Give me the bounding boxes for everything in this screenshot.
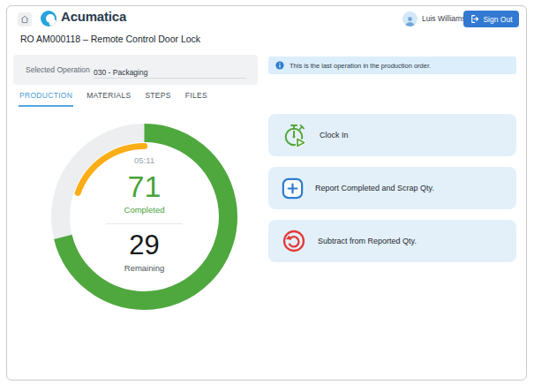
user-name: Luis Williams: [422, 14, 466, 23]
sign-out-icon: [470, 14, 479, 24]
plus-icon: [282, 177, 304, 200]
report-qty-button[interactable]: Report Completed and Scrap Qty.: [268, 167, 516, 209]
home-icon: [20, 15, 29, 24]
operation-label: Selected Operation: [26, 65, 90, 74]
info-banner-text: This is the last operation in the produc…: [290, 62, 431, 70]
info-icon: [275, 61, 284, 70]
info-banner: This is the last operation in the produc…: [268, 57, 516, 74]
clock-in-button[interactable]: Clock In: [268, 114, 516, 156]
acumatica-logo-icon: [41, 11, 56, 26]
tab-materials[interactable]: MATERIALS: [86, 87, 132, 107]
clock-in-label: Clock In: [320, 131, 349, 139]
sign-out-label: Sign Out: [483, 15, 512, 24]
operation-select[interactable]: 030 - Packaging: [94, 63, 246, 79]
tab-steps[interactable]: STEPS: [144, 87, 171, 107]
report-qty-label: Report Completed and Scrap Qty.: [315, 184, 434, 192]
center-divider: [106, 223, 183, 224]
subtract-qty-button[interactable]: Subtract from Reported Qty.: [268, 220, 516, 262]
tab-bar: PRODUCTION MATERIALS STEPS FILES: [19, 87, 208, 107]
user-avatar[interactable]: [402, 11, 417, 26]
remaining-label: Remaining: [51, 263, 237, 273]
completed-value: 71: [51, 170, 237, 204]
sign-out-button[interactable]: Sign Out: [463, 11, 519, 27]
home-button[interactable]: [18, 12, 32, 26]
tab-production[interactable]: PRODUCTION: [19, 87, 73, 107]
remaining-value: 29: [51, 230, 237, 261]
completed-label: Completed: [51, 205, 237, 215]
undo-icon: [282, 229, 306, 253]
stopwatch-icon: [282, 122, 308, 148]
selected-operation-bar: Selected Operation 030 - Packaging: [13, 55, 258, 85]
operation-value: 030 - Packaging: [94, 68, 147, 77]
timer-value: 05:11: [51, 155, 237, 165]
tab-files[interactable]: FILES: [184, 87, 208, 107]
app-window: Acumatica Luis Williams Sign Out RO AM00…: [6, 5, 527, 381]
person-icon: [404, 16, 416, 26]
page-title: RO AM000118 – Remote Control Door Lock: [20, 34, 200, 44]
production-donut-chart: 05:11 71 Completed 29 Remaining: [51, 124, 237, 310]
brand-wordmark: Acumatica: [61, 9, 126, 24]
subtract-qty-label: Subtract from Reported Qty.: [318, 237, 417, 245]
